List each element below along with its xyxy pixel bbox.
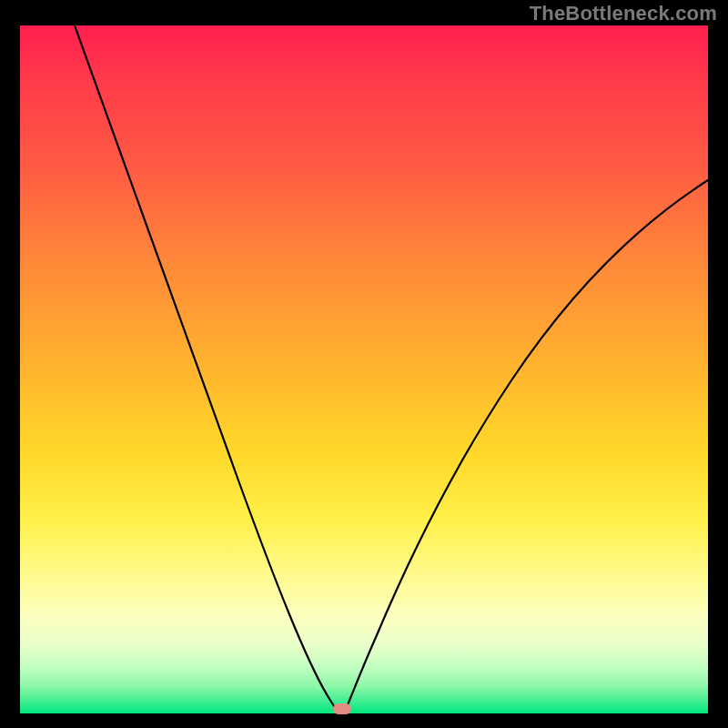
- vertex-marker: [333, 703, 351, 714]
- watermark-text: TheBottleneck.com: [530, 2, 717, 25]
- chart-frame: TheBottleneck.com: [0, 0, 728, 728]
- plot-area: [20, 25, 708, 713]
- curve-path: [75, 25, 708, 713]
- bottleneck-curve: [20, 25, 708, 713]
